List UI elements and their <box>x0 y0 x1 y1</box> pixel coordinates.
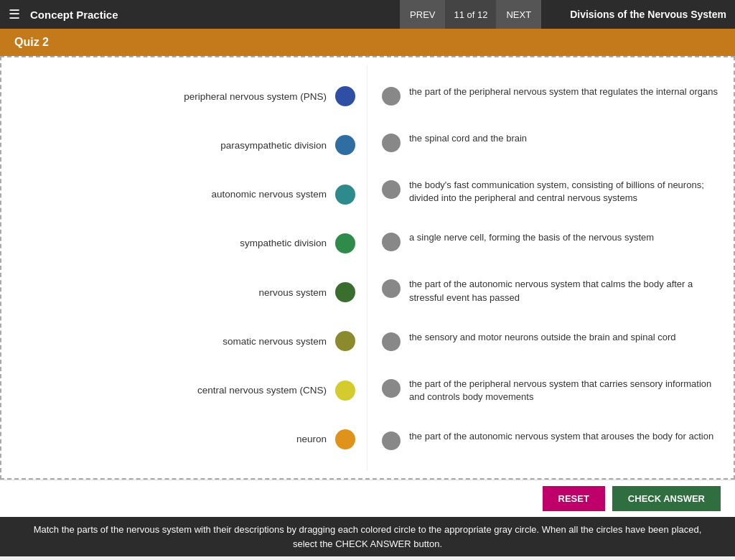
definition-row: the sensory and motor neurons outside th… <box>382 328 719 354</box>
definition-row: the part of the peripheral nervous syste… <box>382 375 719 406</box>
term-label: somatic nervous system <box>223 336 327 347</box>
quiz-grid: peripheral nervous system (PNS)parasympa… <box>16 65 719 471</box>
term-row: neuron <box>16 426 367 452</box>
definition-text: the sensory and motor neurons outside th… <box>409 331 675 344</box>
reset-button[interactable]: RESET <box>543 486 605 511</box>
term-label: autonomic nervous system <box>211 189 327 200</box>
drop-target-circle[interactable] <box>382 332 401 351</box>
quiz-title: Quiz 2 <box>14 36 49 48</box>
definition-text: the part of the autonomic nervous system… <box>409 430 713 443</box>
term-row: parasympathetic division <box>16 132 367 158</box>
drop-target-circle[interactable] <box>382 134 401 152</box>
drop-target-circle[interactable] <box>382 431 401 450</box>
instruction-bar: Match the parts of the nervous system wi… <box>0 517 735 556</box>
app-header: ☰ Concept Practice PREV 11 of 12 NEXT Di… <box>0 0 735 29</box>
drop-target-circle[interactable] <box>382 279 401 298</box>
term-row: somatic nervous system <box>16 328 367 354</box>
definition-text: the body's fast communication system, co… <box>409 179 719 205</box>
definition-row: the body's fast communication system, co… <box>382 176 719 207</box>
definition-row: the part of the autonomic nervous system… <box>382 275 719 307</box>
menu-icon[interactable]: ☰ <box>9 6 20 22</box>
definitions-column: the part of the peripheral nervous syste… <box>368 65 719 471</box>
quiz-header: Quiz 2 <box>0 29 735 56</box>
term-row: sympathetic division <box>16 230 367 256</box>
terms-column: peripheral nervous system (PNS)parasympa… <box>16 65 368 471</box>
definition-text: the part of the autonomic nervous system… <box>409 278 719 304</box>
drop-target-circle[interactable] <box>382 233 401 251</box>
term-circle[interactable] <box>335 381 355 401</box>
instruction-text: Match the parts of the nervous system wi… <box>34 524 702 549</box>
definition-row: the part of the peripheral nervous syste… <box>382 83 719 108</box>
prev-button[interactable]: PREV <box>400 0 445 29</box>
term-label: nervous system <box>258 287 327 298</box>
page-counter: 11 of 12 <box>445 0 496 29</box>
drop-target-circle[interactable] <box>382 180 401 199</box>
drop-target-circle[interactable] <box>382 87 401 106</box>
term-circle[interactable] <box>335 86 355 106</box>
definition-row: the part of the autonomic nervous system… <box>382 427 719 453</box>
term-row: autonomic nervous system <box>16 182 367 207</box>
definition-row: the spinal cord and the brain <box>382 129 719 155</box>
term-label: peripheral nervous system (PNS) <box>184 91 327 102</box>
quiz-content: peripheral nervous system (PNS)parasympa… <box>0 56 735 480</box>
definition-text: the part of the peripheral nervous syste… <box>409 85 718 98</box>
definition-text: the spinal cord and the brain <box>409 132 527 145</box>
definition-row: a single nerve cell, forming the basis o… <box>382 228 719 254</box>
term-circle[interactable] <box>335 331 355 351</box>
definition-text: the part of the peripheral nervous syste… <box>409 378 719 403</box>
term-row: peripheral nervous system (PNS) <box>16 83 367 109</box>
term-row: nervous system <box>16 279 367 305</box>
page-name: Divisions of the Nervous System <box>570 9 726 20</box>
term-circle[interactable] <box>335 135 355 155</box>
app-title: Concept Practice <box>30 9 400 21</box>
term-circle[interactable] <box>335 185 355 205</box>
definition-text: a single nerve cell, forming the basis o… <box>409 231 654 244</box>
nav-controls: PREV 11 of 12 NEXT <box>400 0 541 29</box>
next-button[interactable]: NEXT <box>496 0 541 29</box>
term-label: sympathetic division <box>240 238 327 248</box>
term-row: central nervous system (CNS) <box>16 378 367 403</box>
check-answer-button[interactable]: CHECK ANSWER <box>612 486 721 511</box>
term-label: parasympathetic division <box>220 140 327 151</box>
term-circle[interactable] <box>335 429 355 449</box>
term-label: central nervous system (CNS) <box>197 385 327 396</box>
term-circle[interactable] <box>335 233 355 253</box>
drop-target-circle[interactable] <box>382 379 401 398</box>
term-label: neuron <box>296 434 327 444</box>
footer-buttons: RESET CHECK ANSWER <box>0 480 735 517</box>
term-circle[interactable] <box>335 282 355 302</box>
